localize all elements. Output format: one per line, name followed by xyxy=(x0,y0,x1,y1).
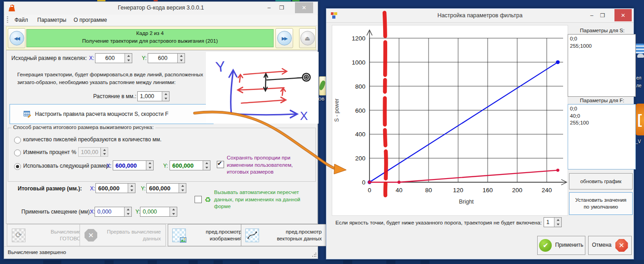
prev-frame-button[interactable]: ◀◀ xyxy=(8,28,25,48)
sketch-y-label: Y xyxy=(215,58,226,75)
f-params-listbox[interactable]: 0;0 40;0 255;100 xyxy=(568,104,636,169)
sketch-pen-knob xyxy=(303,74,310,81)
set-defaults-label: Установить значения по умолчанию xyxy=(574,197,628,210)
offset-x-spinner[interactable]: 0,000 xyxy=(95,207,132,217)
setup-power-rules-button[interactable]: Настроить правила расчета мощности S, ск… xyxy=(10,104,214,124)
right-titlebar[interactable]: Настройка параметров фильтра – ❒ ✕ xyxy=(326,9,634,23)
close-button[interactable]: ✕ xyxy=(614,9,632,21)
close-button[interactable]: ✕ xyxy=(295,2,313,13)
keep-proportions-label: Сохранять пропорции при изменении пользо… xyxy=(227,154,293,176)
radio-use-size[interactable] xyxy=(14,163,21,170)
minimize-button[interactable]: – xyxy=(264,2,274,14)
spinner-arrows[interactable] xyxy=(125,54,132,63)
update-chart-button[interactable]: обновить график xyxy=(569,173,633,189)
maximize-button[interactable]: ❒ xyxy=(598,10,607,21)
source-x-spinner[interactable]: 600 xyxy=(95,53,132,63)
method-y-value[interactable]: 600,000 xyxy=(170,161,203,170)
frame-nav-strip: ◀◀ Кадр 2 из 4 Получение траектории для … xyxy=(6,26,316,50)
menu-file[interactable]: Файл xyxy=(15,17,28,23)
minimize-button[interactable]: – xyxy=(587,10,596,21)
desktop: { "left_window": { "title": "Генератор G… xyxy=(0,0,644,264)
svg-text:40: 40 xyxy=(395,187,402,194)
radio-pixels-to-mm[interactable] xyxy=(14,137,21,144)
auto-recalc-checkbox[interactable] xyxy=(195,196,202,203)
s-params-label: Параметры для S: xyxy=(580,28,624,33)
radio-pixels-to-mm-label: количество пикселей преобразуются в коли… xyxy=(23,136,161,143)
left-statusbar: Вычисление завершено xyxy=(4,246,318,259)
preview-vector-button[interactable]: пред.просмотр векторных данных xyxy=(241,224,326,246)
keep-proportions-checkbox[interactable] xyxy=(217,161,224,168)
set-defaults-button[interactable]: Установить значения по умолчанию xyxy=(569,192,633,215)
source-y-spinner[interactable]: 600 xyxy=(148,53,185,63)
preview-image-button[interactable]: пред.просмотр изображения xyxy=(168,224,246,246)
abort-icon: ✕ xyxy=(85,229,97,242)
prev-icon: ◀◀ xyxy=(10,31,24,45)
spinner-arrows[interactable] xyxy=(177,54,185,63)
apply-button[interactable]: ✔ Применить xyxy=(537,236,585,255)
distance-spinner[interactable]: 1,000 xyxy=(137,91,170,101)
desktop-icon-plant[interactable] xyxy=(319,76,326,95)
spinner-arrows[interactable] xyxy=(124,207,131,216)
spinner-arrows[interactable] xyxy=(554,218,561,227)
svg-text:0: 0 xyxy=(362,179,365,186)
menu-params[interactable]: Параметры xyxy=(37,17,66,23)
final-x-value[interactable]: 600,000 xyxy=(96,184,128,193)
menu-about[interactable]: О программе xyxy=(74,17,107,23)
next-icon: ▶▶ xyxy=(277,31,292,45)
spinner-arrows[interactable] xyxy=(162,92,169,101)
svg-text:0: 0 xyxy=(368,187,371,194)
offset-y-spinner[interactable]: 0,000 xyxy=(140,207,177,217)
threshold-spinner[interactable]: 1 xyxy=(544,217,562,227)
method-x-spinner[interactable]: 600,000 xyxy=(113,160,154,170)
abort-label: Прервать вычисление данных xyxy=(107,229,161,242)
desktop-icon-label-el: ел xyxy=(636,75,641,80)
next-frame-button[interactable]: ▶▶ xyxy=(275,28,293,48)
final-y-value[interactable]: 600,000 xyxy=(147,184,179,193)
method-y-spinner[interactable]: 600,000 xyxy=(170,160,210,170)
zigzag-sketch-image: Y X xyxy=(206,52,319,124)
desktop-icon-label-ov: ОВ xyxy=(318,96,324,101)
final-x-label: X: xyxy=(90,185,95,192)
preview-vector-label: пред.просмотр векторных данных xyxy=(277,229,322,242)
frame-counter: Кадр 2 из 4 xyxy=(27,30,273,37)
filter-chart: 02004006008001000120004080120160200240S … xyxy=(332,25,568,216)
calc-icon: ⟳ xyxy=(12,229,25,242)
spinner-arrows[interactable] xyxy=(170,207,177,216)
final-y-spinner[interactable]: 600,000 xyxy=(146,183,186,193)
left-menubar: Файл Параметры О программе xyxy=(5,15,317,26)
preview-vector-icon xyxy=(245,229,259,242)
source-x-value[interactable]: 600 xyxy=(95,54,125,63)
offset-y-value[interactable]: 0,000 xyxy=(140,207,170,216)
auto-recalc-label: Вызывать автоматически пересчет данных, … xyxy=(214,189,300,210)
svg-text:200: 200 xyxy=(355,155,365,162)
threshold-value[interactable]: 1 xyxy=(544,218,554,227)
resize-grip[interactable] xyxy=(312,253,316,257)
calc-done-label: Вычисление ГОТОВО xyxy=(51,229,81,242)
desktop-icon-lines[interactable] xyxy=(635,44,644,54)
left-titlebar[interactable]: Генератор G-кода версия 3.0.0.1 – ❒ ✕ xyxy=(4,2,318,15)
spinner-arrows[interactable] xyxy=(146,161,153,170)
spinner-arrows[interactable] xyxy=(203,161,210,170)
final-x-spinner[interactable]: 600,000 xyxy=(95,183,135,193)
spinner-arrows[interactable] xyxy=(128,184,135,193)
filter-settings-window: Настройка параметров фильтра – ❒ ✕ 02004… xyxy=(326,8,634,259)
recycle-icon: ♻ xyxy=(205,195,211,204)
s-params-listbox[interactable]: 0;0 255;1000 xyxy=(568,34,636,97)
svg-text:80: 80 xyxy=(425,187,432,194)
spinner-arrows[interactable] xyxy=(179,184,186,193)
distance-value[interactable]: 1,000 xyxy=(138,92,162,101)
cancel-button[interactable]: Отмена ✕ xyxy=(588,236,632,255)
maximize-button[interactable]: ❒ xyxy=(277,2,287,14)
setup-power-rules-label: Настроить правила расчета мощности S, ск… xyxy=(35,111,169,117)
method-x-value[interactable]: 600,000 xyxy=(113,161,146,170)
radio-change-percent[interactable] xyxy=(14,149,21,156)
menu-grip[interactable] xyxy=(7,16,8,24)
source-y-value[interactable]: 600 xyxy=(148,54,177,63)
eject-button[interactable]: ⏏ xyxy=(299,28,316,48)
percent-spinner[interactable]: 100,00 xyxy=(78,147,108,157)
gcode-generator-window: Генератор G-кода версия 3.0.0.1 – ❒ ✕ Фа… xyxy=(4,1,318,259)
desktop-icon-cloud xyxy=(637,54,644,58)
offset-x-value[interactable]: 0,000 xyxy=(95,207,124,216)
desktop-icon-orange[interactable]: [ xyxy=(635,104,644,135)
cancel-icon: ✕ xyxy=(615,239,628,252)
